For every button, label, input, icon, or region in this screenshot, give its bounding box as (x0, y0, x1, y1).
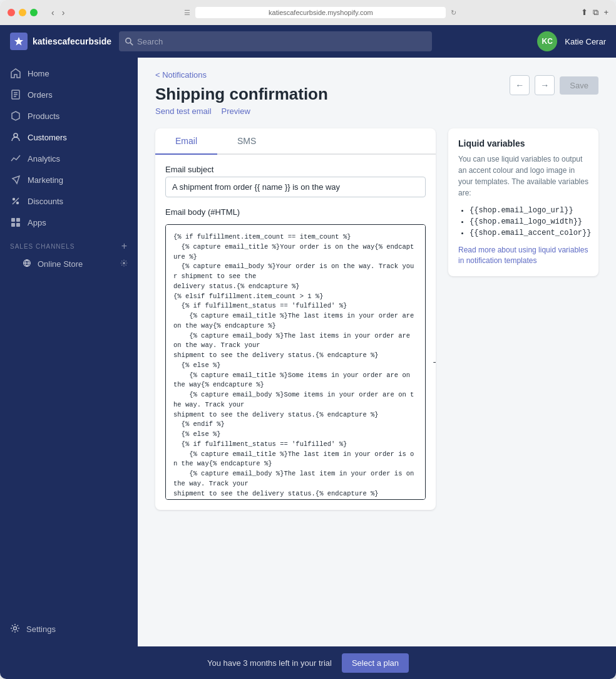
svg-point-16 (14, 627, 17, 630)
send-test-email-link[interactable]: Send test email (155, 106, 212, 116)
topbar: katiescafecurbside Search KC Katie Cerar (0, 25, 616, 58)
content-main: Email SMS Email subject Email body (#HTM… (155, 128, 436, 520)
sidebar-item-marketing[interactable]: Marketing (0, 169, 138, 190)
previous-page-button[interactable]: ← (510, 75, 530, 95)
sidebar-item-label: Discounts (28, 197, 63, 206)
sidebar-item-label: Analytics (28, 154, 60, 163)
tab-sms[interactable]: SMS (217, 128, 276, 155)
sidebar-item-label: Marketing (28, 175, 63, 185)
email-card: Email SMS Email subject Email body (#HTM… (155, 128, 436, 510)
avatar: KC (537, 31, 557, 51)
breadcrumb[interactable]: < Notifications (155, 70, 328, 80)
orders-icon (10, 89, 21, 100)
email-subject-input[interactable] (165, 177, 426, 197)
liquid-variable-item: {{shop.email_logo_url}} (470, 206, 588, 215)
content-aside: Liquid variables You can use liquid vari… (448, 128, 598, 520)
discounts-icon (10, 195, 21, 207)
email-subject-label: Email subject (165, 165, 426, 174)
save-button[interactable]: Save (560, 76, 598, 95)
svg-point-15 (123, 262, 125, 264)
share-icon[interactable]: ⬆ (581, 8, 588, 18)
sidebar-item-customers[interactable]: Customers (0, 127, 138, 148)
maximize-icon[interactable] (30, 9, 38, 16)
search-placeholder: Search (137, 37, 163, 46)
title-bar: ‹ › ☰ katiescafecurbside.myshopify.com ↻… (0, 0, 616, 25)
bottom-bar: You have 3 months left in your trial Sel… (0, 646, 616, 679)
settings-gear-icon[interactable] (120, 259, 128, 269)
sidebar-item-discounts[interactable]: Discounts (0, 190, 138, 212)
sidebar-item-online-store[interactable]: Online Store (0, 254, 138, 274)
sidebar: Home Orders (0, 58, 138, 646)
sidebar-item-label: Products (28, 111, 59, 121)
brand-name: katiescafecurbside (33, 36, 111, 46)
sidebar-item-settings[interactable]: Settings (0, 617, 138, 641)
sidebar-item-label: Home (28, 69, 49, 78)
address-bar: katiescafecurbside.myshopify.com (195, 7, 446, 18)
topbar-right: KC Katie Cerar (537, 31, 606, 51)
sidebar-item-label: Customers (28, 133, 67, 142)
liquid-variables-title: Liquid variables (458, 138, 588, 148)
add-sales-channel-button[interactable]: + (121, 241, 128, 252)
refresh-icon[interactable]: ↻ (451, 9, 456, 17)
next-page-button[interactable]: → (535, 75, 555, 95)
online-store-label: Online Store (38, 259, 83, 269)
forward-nav-button[interactable]: › (59, 6, 68, 19)
svg-point-6 (14, 133, 18, 137)
home-icon (10, 68, 21, 79)
customers-icon (10, 132, 21, 143)
tab-email[interactable]: Email (155, 128, 217, 155)
preview-link[interactable]: Preview (222, 106, 250, 116)
tab-row: Email SMS (155, 128, 436, 155)
sidebar-item-home[interactable]: Home (0, 63, 138, 84)
settings-icon (10, 623, 20, 635)
trial-text: You have 3 months left in your trial (207, 658, 332, 668)
sidebar-item-apps[interactable]: Apps (0, 212, 138, 233)
liquid-variable-item: {{shop.email_accent_color}} (470, 229, 588, 237)
code-editor[interactable]: {% if fulfillment.item_count == item_cou… (165, 224, 426, 500)
svg-rect-11 (16, 218, 20, 222)
products-icon (10, 110, 21, 122)
content-grid: Email SMS Email subject Email body (#HTM… (155, 128, 598, 520)
action-links: Send test email Preview (155, 106, 328, 116)
email-subject-group: Email subject (155, 155, 436, 207)
sidebar-item-label: Apps (28, 218, 46, 227)
sidebar-item-orders[interactable]: Orders (0, 84, 138, 105)
minimize-icon[interactable] (19, 9, 26, 16)
page-navigation: ← → (510, 75, 555, 95)
analytics-icon (10, 153, 21, 164)
sidebar-item-analytics[interactable]: Analytics (0, 148, 138, 169)
email-body-label-container: Email body (#HTML) (155, 207, 436, 224)
add-tab-icon[interactable]: + (603, 8, 608, 18)
liquid-variable-item: {{shop.email_logo_width}} (470, 217, 588, 226)
sidebar-item-products[interactable]: Products (0, 105, 138, 127)
apps-icon (10, 217, 21, 228)
online-store-icon (23, 259, 31, 269)
liquid-variables-link[interactable]: Read more about using liquid variables i… (458, 245, 588, 266)
svg-point-7 (13, 199, 15, 200)
new-tab-icon[interactable]: ⧉ (593, 8, 598, 18)
main-content: < Notifications Shipping confirmation Se… (138, 58, 616, 646)
arrow-indicator: → (431, 354, 436, 370)
search-bar[interactable]: Search (119, 31, 432, 51)
svg-rect-13 (16, 223, 20, 227)
email-body-label: Email body (#HTML) (165, 207, 426, 217)
liquid-variables-card: Liquid variables You can use liquid vari… (448, 128, 598, 276)
page-title: Shipping confirmation (155, 85, 328, 104)
brand: katiescafecurbside (10, 33, 111, 50)
svg-point-8 (17, 202, 19, 204)
code-editor-container: {% if fulfillment.item_count == item_cou… (155, 224, 436, 500)
marketing-icon (10, 174, 21, 185)
menu-icon: ☰ (184, 9, 190, 17)
settings-label: Settings (26, 625, 56, 634)
svg-line-1 (130, 43, 133, 45)
brand-icon (10, 33, 28, 50)
sidebar-item-label: Orders (28, 90, 53, 100)
svg-rect-10 (11, 218, 15, 222)
sales-channels-section: SALES CHANNELS + (0, 233, 138, 254)
back-nav-button[interactable]: ‹ (49, 6, 57, 19)
liquid-variables-description: You can use liquid variables to output a… (458, 153, 588, 199)
select-plan-button[interactable]: Select a plan (342, 653, 409, 673)
close-icon[interactable] (8, 9, 15, 16)
svg-rect-12 (11, 223, 15, 227)
liquid-variables-list: {{shop.email_logo_url}} {{shop.email_log… (458, 206, 588, 237)
